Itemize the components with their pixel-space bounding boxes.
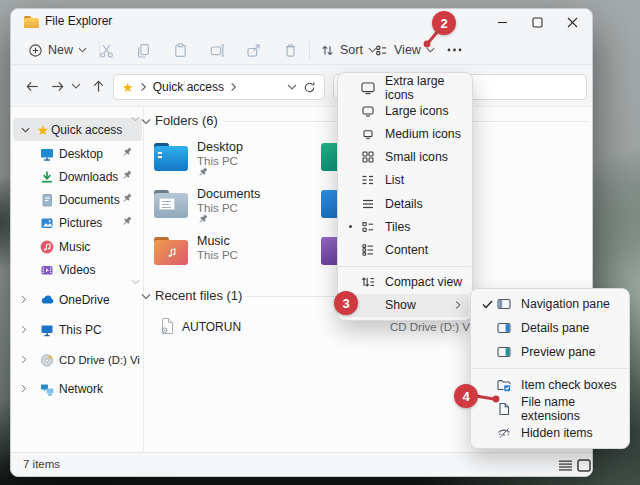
submenu-item-item-check-boxes[interactable]: Item check boxes	[474, 373, 626, 397]
menu-separator	[339, 266, 471, 267]
view-menu-item-details[interactable]: Details	[341, 192, 469, 215]
network-icon	[39, 381, 55, 397]
view-menu-item-tiles[interactable]: Tiles	[341, 215, 469, 238]
videos-icon	[39, 262, 55, 278]
view-menu-item-content[interactable]: Content	[341, 238, 469, 261]
desktop-icon	[39, 146, 55, 162]
view-icon	[374, 43, 389, 58]
submenu-item-preview-pane[interactable]: Preview pane	[474, 340, 626, 364]
content-icon	[360, 242, 376, 258]
folders-collapse-chevron[interactable]	[141, 118, 151, 125]
cut-icon	[98, 42, 115, 59]
paste-button[interactable]	[165, 37, 195, 63]
sidebar-item-label: Videos	[59, 263, 140, 277]
chevron-right-icon	[21, 295, 27, 304]
breadcrumb-root[interactable]: Quick access	[153, 80, 224, 94]
window-controls	[485, 9, 590, 35]
tile-name: Documents	[197, 187, 260, 201]
star-icon: ★	[35, 122, 51, 138]
pin-icon	[122, 147, 133, 158]
command-bar: New So	[11, 35, 592, 65]
pin-icon	[198, 167, 209, 178]
downloads-icon	[39, 169, 55, 185]
view-menu-item-list[interactable]: List	[341, 169, 469, 192]
chevron-right-icon	[21, 384, 27, 393]
copy-button[interactable]	[128, 37, 158, 63]
paste-icon	[172, 42, 189, 59]
see-more-button[interactable]	[441, 37, 467, 63]
sidebar-item-music[interactable]: Music	[13, 235, 142, 258]
view-menu-item-extra-large-icons[interactable]: Extra large icons	[341, 76, 469, 99]
annotation-badge-4: 4	[454, 384, 478, 408]
back-button[interactable]	[19, 73, 45, 99]
tile-location: This PC	[197, 202, 238, 214]
minimize-button[interactable]	[485, 9, 520, 35]
items-count: 7 items	[23, 458, 60, 470]
up-button[interactable]	[85, 73, 111, 99]
pin-icon	[122, 170, 133, 181]
scroll-chevron-icon[interactable]	[131, 279, 140, 285]
pin-icon	[122, 193, 133, 204]
view-menu-item-medium-icons[interactable]: Medium icons	[341, 122, 469, 145]
folders-section-header[interactable]: Folders (6)	[155, 113, 218, 128]
sidebar-item-label: Music	[59, 240, 140, 254]
chevron-down-icon	[71, 83, 81, 89]
tile-name: Desktop	[197, 140, 243, 154]
quick-access-star-icon: ★	[122, 81, 134, 94]
address-bar[interactable]: ★ Quick access	[113, 74, 325, 100]
rename-button[interactable]	[202, 37, 232, 63]
recent-section-header[interactable]: Recent files (1)	[155, 288, 242, 303]
recent-locations-button[interactable]	[67, 73, 85, 99]
sidebar-item-network[interactable]: Network	[13, 377, 142, 400]
sidebar-item-videos[interactable]: Videos	[13, 258, 142, 281]
sort-label: Sort	[340, 43, 363, 57]
recent-file-name: AUTORUN	[182, 320, 241, 334]
close-button[interactable]	[555, 9, 590, 35]
sidebar-item-onedrive[interactable]: OneDrive	[13, 288, 142, 311]
scroll-chevron-icon[interactable]	[131, 116, 140, 122]
large-thumbnails-toggle[interactable]	[576, 458, 592, 472]
view-menu-item-large-icons[interactable]: Large icons	[341, 99, 469, 122]
hidden-items-icon	[496, 425, 512, 441]
sidebar-item-label: This PC	[59, 323, 140, 337]
submenu-item-file-name-extensions[interactable]: File name extensions	[474, 397, 626, 421]
sidebar-item-documents[interactable]: Documents	[13, 188, 142, 211]
sidebar-item-cd-drive[interactable]: CD Drive (D:) Virtual	[13, 348, 142, 371]
new-button[interactable]: New	[21, 36, 94, 64]
submenu-item-navigation-pane[interactable]: Navigation pane	[474, 292, 626, 316]
refresh-icon[interactable]	[303, 81, 316, 94]
sidebar-item-pictures[interactable]: Pictures	[13, 211, 142, 234]
sidebar-item-quick-access[interactable]: ★ Quick access	[13, 118, 142, 141]
view-menu-item-compact-view[interactable]: Compact view	[341, 271, 469, 294]
view-button[interactable]: View	[367, 36, 442, 64]
sidebar-item-desktop[interactable]: Desktop	[13, 142, 142, 165]
tile-location: This PC	[197, 249, 238, 261]
delete-button[interactable]	[275, 37, 305, 63]
selected-view-dot	[349, 225, 353, 229]
sidebar-item-this-pc[interactable]: This PC	[13, 318, 142, 341]
up-icon	[91, 79, 106, 94]
medium-icons-icon	[360, 126, 376, 142]
submenu-item-details-pane[interactable]: Details pane	[474, 316, 626, 340]
onedrive-icon	[39, 292, 55, 308]
address-dropdown-icon[interactable]	[287, 84, 297, 90]
maximize-button[interactable]	[520, 9, 555, 35]
large-icons-icon	[360, 103, 376, 119]
large-thumbnails-icon	[577, 459, 591, 472]
rename-icon	[209, 42, 226, 59]
breadcrumb-chevron-icon	[140, 82, 147, 92]
toolbar-divider	[309, 41, 310, 59]
submenu-item-hidden-items[interactable]: Hidden items	[474, 421, 626, 445]
cut-button[interactable]	[91, 37, 121, 63]
details-view-toggle[interactable]	[557, 458, 573, 472]
share-button[interactable]	[238, 37, 268, 63]
recent-collapse-chevron[interactable]	[141, 293, 151, 300]
music-icon	[39, 239, 55, 255]
list-icon	[360, 172, 376, 188]
view-menu-item-small-icons[interactable]: Small icons	[341, 146, 469, 169]
sidebar-item-downloads[interactable]: Downloads	[13, 165, 142, 188]
new-plus-icon	[28, 43, 43, 58]
preview-pane-icon	[496, 344, 512, 360]
view-menu-item-show[interactable]: Show	[341, 294, 469, 317]
pin-icon	[122, 216, 133, 227]
